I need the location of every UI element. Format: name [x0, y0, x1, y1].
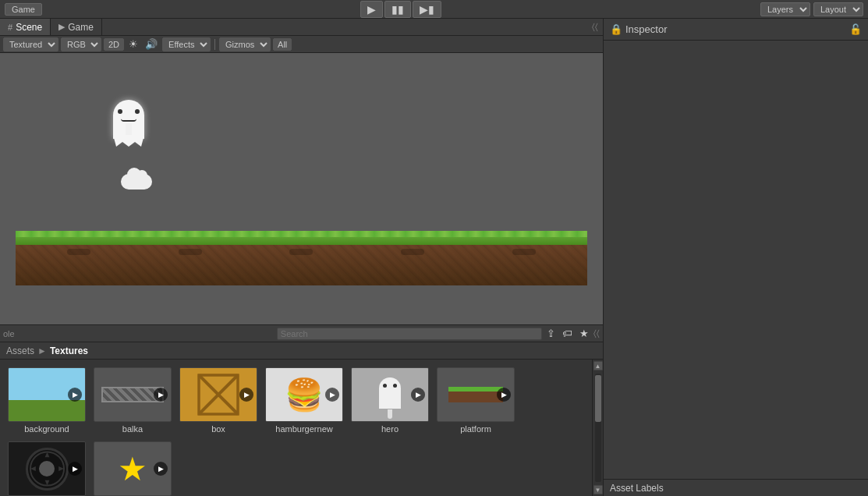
- asset-search-input[interactable]: [277, 328, 542, 340]
- inspector-title-label: Inspector: [625, 23, 667, 35]
- asset-upload-icon[interactable]: ⇪: [544, 328, 558, 339]
- 2d-button[interactable]: 2D: [104, 38, 124, 51]
- tab-scene[interactable]: # Scene: [0, 19, 51, 35]
- left-panel: # Scene ▶ Game 〈〈 Textured RGB 2D ☀ 🔊 Ef…: [0, 19, 603, 496]
- all-button[interactable]: All: [273, 38, 292, 51]
- main-layout: # Scene ▶ Game 〈〈 Textured RGB 2D ☀ 🔊 Ef…: [0, 19, 868, 496]
- asset-thumb-star: ★ ▶: [94, 441, 172, 496]
- breadcrumb-separator: ►: [37, 345, 47, 356]
- console-label: ole: [3, 329, 15, 338]
- asset-thumb-platform: ▶: [437, 367, 515, 422]
- hero-mini-eye-right: [393, 384, 397, 388]
- inspector-body: [604, 41, 868, 479]
- asset-thumb-background: ▶: [8, 367, 86, 422]
- inspector-header: 🔒 Inspector 🔓: [604, 19, 868, 41]
- scene-game-tabs: # Scene ▶ Game 〈〈: [0, 19, 603, 36]
- platform-mini: [448, 387, 503, 402]
- breadcrumb-assets[interactable]: Assets: [6, 345, 34, 356]
- asset-grid: ▶ background ▶ bal: [0, 360, 592, 496]
- ghost-drip: [126, 123, 132, 139]
- play-overlay-background[interactable]: ▶: [68, 388, 82, 402]
- gizmos-select[interactable]: Gizmos: [219, 37, 271, 51]
- platform: [16, 231, 587, 285]
- asset-label-balka: balka: [122, 424, 143, 434]
- play-overlay-box[interactable]: ▶: [239, 388, 253, 402]
- scene-content: [0, 53, 603, 324]
- play-overlay-platform[interactable]: ▶: [497, 388, 511, 402]
- svg-point-6: [44, 466, 50, 472]
- layers-dropdown[interactable]: Layers: [760, 2, 810, 16]
- breadcrumb-textures: Textures: [50, 345, 88, 356]
- scroll-thumb[interactable]: [595, 375, 601, 422]
- asset-thumb-saw: ▶: [8, 441, 86, 496]
- asset-labels-section: Asset Labels: [604, 479, 868, 496]
- asset-grid-scroll[interactable]: ▶ background ▶ bal: [0, 360, 592, 496]
- play-overlay-star[interactable]: ▶: [154, 462, 168, 476]
- asset-star-icon[interactable]: ★: [577, 328, 591, 339]
- asset-grid-wrapper: ▶ background ▶ bal: [0, 360, 603, 496]
- hero-mini-wrapper: [379, 377, 401, 413]
- asset-scrollbar: ▲ ▼: [592, 360, 603, 496]
- cloud: [121, 174, 152, 190]
- star-emoji: ★: [118, 450, 147, 488]
- cloud-shape: [121, 174, 152, 190]
- audio-icon[interactable]: 🔊: [143, 38, 160, 50]
- list-item[interactable]: ★ ▶ star: [94, 441, 172, 496]
- pause-button[interactable]: ▮▮: [384, 1, 411, 18]
- scroll-up-btn[interactable]: ▲: [593, 361, 603, 370]
- sun-icon[interactable]: ☀: [126, 38, 140, 50]
- asset-collapse-icon[interactable]: 〈〈: [593, 328, 600, 338]
- asset-label-platform: platform: [460, 424, 491, 434]
- ghost-body: [113, 100, 144, 139]
- asset-browser-toolbar: ole ⇪ 🏷 ★ 〈〈: [0, 325, 603, 342]
- step-button[interactable]: ▶▮: [413, 1, 441, 18]
- platform-dirt: [16, 245, 587, 285]
- scene-icon: #: [8, 23, 12, 32]
- inspector-title: 🔒 Inspector: [610, 23, 667, 35]
- list-item[interactable]: 🍔 ▶ hamburgernew: [265, 367, 343, 434]
- scene-view[interactable]: [0, 53, 603, 324]
- asset-tag-icon[interactable]: 🏷: [560, 328, 575, 339]
- hero-mini-eye-left: [383, 384, 387, 388]
- saw-circle: [26, 448, 69, 491]
- hero-mini-body: [379, 377, 401, 409]
- asset-label-burger: hamburgernew: [275, 424, 332, 434]
- list-item[interactable]: ▶ platform: [437, 367, 515, 434]
- scroll-track: [595, 374, 601, 482]
- inspector-lock-btn[interactable]: 🔓: [849, 23, 862, 35]
- lock-icon: 🔒: [610, 23, 622, 35]
- scene-tab-label: Scene: [16, 22, 42, 33]
- asset-thumb-burger: 🍔 ▶: [265, 367, 343, 422]
- list-item[interactable]: ▶ saw 1: [8, 441, 86, 496]
- top-bar-left: Game: [5, 3, 42, 16]
- game-button[interactable]: Game: [5, 3, 42, 16]
- asset-thumb-box: ▶: [179, 367, 257, 422]
- textured-select[interactable]: Textured: [3, 37, 58, 51]
- effects-select[interactable]: Effects: [162, 37, 211, 51]
- layout-dropdown[interactable]: Layout: [813, 2, 863, 16]
- list-item[interactable]: ▶ box: [179, 367, 257, 434]
- play-overlay-balka[interactable]: ▶: [154, 388, 168, 402]
- platform-grass: [16, 231, 587, 245]
- top-bar-right: Layers Layout: [760, 2, 863, 16]
- scroll-down-btn[interactable]: ▼: [593, 485, 603, 494]
- scene-toolbar: Textured RGB 2D ☀ 🔊 Effects Gizmos All: [0, 36, 603, 53]
- list-item[interactable]: ▶ background: [8, 367, 86, 434]
- play-overlay-saw[interactable]: ▶: [68, 462, 82, 476]
- play-button[interactable]: ▶: [360, 1, 383, 18]
- ghost-eye-right: [135, 109, 140, 114]
- box-svg: [195, 371, 242, 418]
- ghost-mouth: [121, 119, 136, 122]
- rgb-select[interactable]: RGB: [61, 37, 101, 51]
- asset-thumb-hero: ▶: [351, 367, 429, 422]
- play-overlay-burger[interactable]: ▶: [325, 388, 339, 402]
- play-overlay-hero[interactable]: ▶: [411, 388, 425, 402]
- tab-game[interactable]: ▶ Game: [51, 19, 102, 35]
- top-bar: Game ▶ ▮▮ ▶▮ Layers Layout: [0, 0, 868, 19]
- asset-label-box: box: [211, 424, 225, 434]
- collapse-icon[interactable]: 〈〈: [592, 22, 603, 32]
- dirt-detail: [23, 249, 579, 255]
- asset-label-background: background: [24, 424, 69, 434]
- list-item[interactable]: ▶ balka: [94, 367, 172, 434]
- list-item[interactable]: ▶ hero: [351, 367, 429, 434]
